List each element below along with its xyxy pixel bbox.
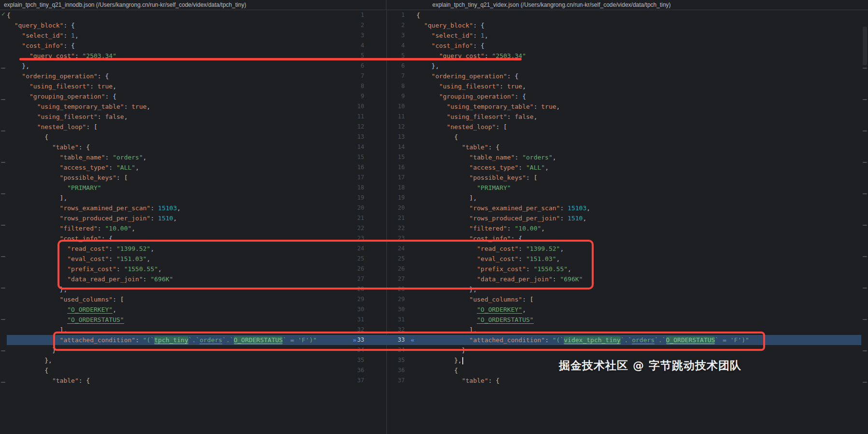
- right-code-text[interactable]: "table_name": "orders",: [416, 152, 861, 162]
- left-line-number[interactable]: 34: [348, 345, 386, 355]
- left-line-number[interactable]: 35: [348, 355, 386, 365]
- right-code-text[interactable]: "prefix_cost": "1550.55",: [416, 264, 861, 274]
- left-line-number[interactable]: 13: [348, 132, 386, 142]
- diff-map-marker[interactable]: [1, 68, 5, 69]
- right-code-text[interactable]: "data_read_per_join": "696K": [416, 274, 861, 284]
- left-code-text[interactable]: "rows_produced_per_join": 1510,: [7, 213, 348, 223]
- left-code-text[interactable]: },: [7, 61, 348, 71]
- right-code-text[interactable]: "using_filesort": false,: [416, 112, 861, 122]
- left-line-number[interactable]: 9: [348, 91, 386, 101]
- diff-map-marker[interactable]: [863, 130, 867, 131]
- scrollbar-thumb[interactable]: [863, 27, 867, 65]
- left-code-text[interactable]: ],: [7, 193, 348, 203]
- left-code-text[interactable]: "nested_loop": [: [7, 122, 348, 132]
- left-code-text[interactable]: "select_id": 1,: [7, 30, 348, 41]
- diff-map-marker[interactable]: [863, 256, 867, 257]
- diff-map-marker[interactable]: [863, 162, 867, 163]
- left-code-text[interactable]: "O_ORDERSTATUS": [7, 315, 348, 325]
- right-code-text[interactable]: "table": {: [416, 376, 861, 386]
- diff-map-marker[interactable]: [863, 288, 867, 289]
- right-line-number[interactable]: 32: [386, 325, 416, 335]
- right-code-text[interactable]: "access_type": "ALL",: [416, 162, 861, 173]
- left-code-text[interactable]: "cost_info": {: [7, 233, 348, 244]
- right-line-number[interactable]: 11: [386, 112, 416, 122]
- left-line-number[interactable]: 20: [348, 203, 386, 213]
- left-code-text[interactable]: "prefix_cost": "1550.55",: [7, 264, 348, 274]
- diff-map-marker[interactable]: [863, 350, 867, 351]
- right-code-text[interactable]: ],: [416, 325, 861, 335]
- diff-map-marker[interactable]: [1, 382, 5, 383]
- left-line-number[interactable]: 5: [348, 51, 386, 61]
- right-line-number[interactable]: 2: [386, 20, 416, 30]
- left-line-number[interactable]: 29: [348, 294, 386, 304]
- right-line-number[interactable]: 29: [386, 294, 416, 304]
- left-code-text[interactable]: "using_temporary_table": true,: [7, 101, 348, 112]
- left-line-number[interactable]: 14: [348, 142, 386, 152]
- right-code-text[interactable]: {: [416, 10, 861, 20]
- right-code-text[interactable]: "attached_condition": "(`videx_tpch_tiny…: [416, 335, 861, 345]
- left-line-number[interactable]: 12: [348, 122, 386, 132]
- left-line-number[interactable]: 28: [348, 284, 386, 294]
- right-code-text[interactable]: "rows_produced_per_join": 1510,: [416, 213, 861, 223]
- right-code-text[interactable]: "used_columns": [: [416, 294, 861, 304]
- right-code-text[interactable]: }: [416, 345, 861, 355]
- left-line-number[interactable]: 7: [348, 71, 386, 81]
- right-line-number[interactable]: 16: [386, 162, 416, 173]
- right-line-number[interactable]: 28: [386, 284, 416, 294]
- right-line-number[interactable]: 18: [386, 183, 416, 193]
- left-line-number[interactable]: 18: [348, 183, 386, 193]
- right-line-number[interactable]: 8: [386, 81, 416, 91]
- diff-map-marker[interactable]: [1, 288, 5, 289]
- left-code-text[interactable]: "attached_condition": "(`tpch_tiny`.`ord…: [7, 335, 348, 345]
- right-code-text[interactable]: ],: [416, 193, 861, 203]
- right-code-text[interactable]: "O_ORDERKEY",: [416, 304, 861, 315]
- left-line-number[interactable]: 30: [348, 304, 386, 315]
- right-code-text[interactable]: {: [416, 132, 861, 142]
- right-code-text[interactable]: },: [416, 61, 861, 71]
- right-code-text[interactable]: },: [416, 284, 861, 294]
- right-line-number[interactable]: 17: [386, 173, 416, 183]
- left-line-number[interactable]: 26: [348, 264, 386, 274]
- right-line-number[interactable]: 12: [386, 122, 416, 132]
- left-line-number[interactable]: 3: [348, 30, 386, 41]
- right-line-number[interactable]: 36: [386, 365, 416, 376]
- left-code-text[interactable]: ],: [7, 325, 348, 335]
- left-line-number[interactable]: 2: [348, 20, 386, 30]
- right-line-number[interactable]: 3: [386, 30, 416, 41]
- right-line-number[interactable]: 31: [386, 315, 416, 325]
- diff-map-marker[interactable]: [863, 319, 867, 320]
- diff-map-marker[interactable]: [1, 319, 5, 320]
- left-code-text[interactable]: {: [7, 10, 348, 20]
- left-code-text[interactable]: },: [7, 355, 348, 365]
- right-line-number[interactable]: 5: [386, 51, 416, 61]
- right-code-text[interactable]: "filtered": "10.00",: [416, 223, 861, 233]
- right-code-text[interactable]: "using_filesort": true,: [416, 81, 861, 91]
- left-line-number[interactable]: 11: [348, 112, 386, 122]
- left-code-text[interactable]: {: [7, 365, 348, 376]
- diff-map-marker[interactable]: [863, 382, 867, 383]
- right-line-number[interactable]: 25: [386, 254, 416, 264]
- right-line-number[interactable]: 20: [386, 203, 416, 213]
- left-line-number[interactable]: 8: [348, 81, 386, 91]
- left-line-number[interactable]: 16: [348, 162, 386, 173]
- left-code-text[interactable]: "using_filesort": false,: [7, 112, 348, 122]
- left-line-number[interactable]: 37: [348, 376, 386, 386]
- right-code-text[interactable]: "nested_loop": [: [416, 122, 861, 132]
- left-code-text[interactable]: "cost_info": {: [7, 41, 348, 51]
- left-line-number[interactable]: 6: [348, 61, 386, 71]
- right-line-number[interactable]: 37: [386, 376, 416, 386]
- left-line-number[interactable]: 15: [348, 152, 386, 162]
- left-code-text[interactable]: "possible_keys": [: [7, 173, 348, 183]
- left-line-number[interactable]: 10: [348, 101, 386, 112]
- left-line-number[interactable]: 19: [348, 193, 386, 203]
- right-line-number[interactable]: 34: [386, 345, 416, 355]
- diff-map-marker[interactable]: [863, 99, 867, 100]
- left-code-text[interactable]: },: [7, 284, 348, 294]
- diff-map-marker[interactable]: [1, 193, 5, 194]
- right-line-number[interactable]: 33«: [386, 335, 416, 345]
- diff-map-marker[interactable]: [1, 99, 5, 100]
- left-code-text[interactable]: "PRIMARY": [7, 183, 348, 193]
- right-line-number[interactable]: 30: [386, 304, 416, 315]
- left-code-text[interactable]: }: [7, 345, 348, 355]
- right-line-number[interactable]: 26: [386, 264, 416, 274]
